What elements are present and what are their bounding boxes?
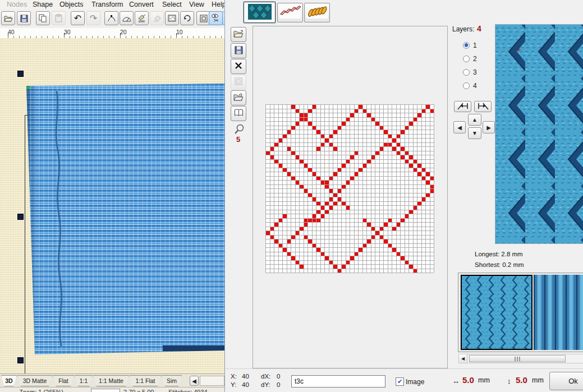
- radio-icon: [463, 56, 470, 62]
- layer-radio-label: 2: [473, 55, 477, 63]
- pattern-thumb-selected[interactable]: [461, 275, 532, 350]
- paste-icon: [55, 14, 63, 22]
- tab-scrollbar[interactable]: [200, 376, 224, 386]
- motif-editor-panel[interactable]: [253, 26, 448, 368]
- layer-radio-4[interactable]: 4: [463, 82, 477, 90]
- status-zoom: Zoom: 1 (265%): [19, 389, 63, 392]
- ok-button[interactable]: Ok: [549, 372, 583, 390]
- copy-button[interactable]: [36, 11, 50, 25]
- redo-button[interactable]: ↷: [86, 11, 100, 25]
- book-icon: [234, 109, 244, 118]
- save-button[interactable]: [17, 11, 31, 25]
- coord-x-label: X:: [231, 373, 237, 380]
- menu-help[interactable]: Help: [212, 1, 224, 8]
- dark-stitch-band: [163, 345, 224, 351]
- tab-flat[interactable]: Flat: [53, 375, 74, 386]
- menu-transform[interactable]: Transform: [91, 1, 123, 8]
- menu-nodes[interactable]: Nodes: [7, 1, 27, 8]
- tab-3d-matte[interactable]: 3D Matte: [17, 375, 52, 386]
- coord-dx-value: 0: [277, 373, 280, 380]
- save-pattern-button[interactable]: [231, 43, 246, 58]
- scroll-left-button[interactable]: ◀: [459, 354, 467, 363]
- selection-handle[interactable]: [17, 357, 24, 363]
- pattern-preview-strip: [458, 273, 583, 352]
- layer-radio-1[interactable]: 1: [463, 41, 477, 49]
- ruler-tick-label: 40: [8, 29, 15, 35]
- grip-dots-icon: [517, 357, 518, 361]
- load-pattern-button[interactable]: [231, 27, 246, 42]
- image-checkbox[interactable]: ✔: [396, 377, 404, 386]
- undo-icon: ↶: [74, 13, 81, 24]
- width-value[interactable]: 5.0: [462, 375, 474, 385]
- pattern-name-input[interactable]: [291, 375, 385, 388]
- selection-handle[interactable]: [17, 214, 24, 220]
- layer-radio-3[interactable]: 3: [463, 68, 477, 76]
- pattern-tab-rope[interactable]: [304, 3, 330, 22]
- arrow-down-icon: ▼: [472, 130, 478, 136]
- menu-shape[interactable]: Shape: [33, 1, 53, 8]
- arrow-left-icon: ◀: [457, 124, 462, 131]
- pattern-tab-motif[interactable]: [244, 2, 276, 23]
- open-button[interactable]: [1, 11, 15, 25]
- tab-1-1-flat[interactable]: 1:1 Flat: [130, 375, 161, 386]
- eraser-icon: [153, 15, 162, 22]
- menu-select[interactable]: Select: [162, 1, 182, 8]
- layer-radio-label: 3: [473, 68, 477, 76]
- menu-convert[interactable]: Convert: [129, 1, 154, 8]
- measure-button[interactable]: [120, 11, 134, 25]
- tab-scroll-left-button[interactable]: ◀: [190, 376, 199, 386]
- delete-pattern-button[interactable]: [231, 59, 246, 74]
- coord-x-value: 40: [242, 373, 249, 380]
- menu-view[interactable]: View: [189, 1, 204, 8]
- height-value[interactable]: 5.0: [516, 375, 527, 385]
- tab-sim[interactable]: Sim: [162, 375, 182, 386]
- edit-nodes-button[interactable]: [104, 11, 118, 25]
- move-down-button[interactable]: ▼: [468, 127, 481, 139]
- folder-export-icon: [233, 93, 244, 103]
- rotate-button[interactable]: [180, 11, 194, 25]
- import-pattern-button[interactable]: [231, 90, 246, 105]
- view-tab-bar: 3D 3D Matte Flat 1:1 1:1 Matte 1:1 Flat …: [0, 373, 224, 388]
- move-up-button[interactable]: ▲: [468, 114, 481, 126]
- scrollbar-thumb[interactable]: [469, 355, 566, 362]
- arrow-chain-pattern-icon: [279, 5, 301, 20]
- sew-tool-button[interactable]: [135, 11, 149, 25]
- selection-handle[interactable]: [17, 71, 24, 77]
- layer-radio-label: 4: [473, 82, 477, 90]
- move-right-button[interactable]: ▶: [483, 121, 495, 133]
- move-left-button[interactable]: ◀: [453, 121, 466, 133]
- paste-button[interactable]: [52, 11, 66, 25]
- tab-1-1[interactable]: 1:1: [75, 375, 93, 386]
- layers-label: Layers:: [452, 25, 474, 33]
- undo-button[interactable]: ↶: [71, 11, 85, 25]
- preview-scrollbar[interactable]: ◀: [458, 354, 583, 363]
- ruler-tick-label: 10: [176, 29, 183, 35]
- arrow-right-icon: ▶: [486, 124, 491, 131]
- window-icon: [200, 15, 208, 22]
- image-button[interactable]: [165, 11, 179, 25]
- shortest-stitch-label: Shortest: 0.2 mm: [475, 261, 524, 268]
- radio-icon: [463, 69, 470, 76]
- pattern-tab-arrows[interactable]: [277, 3, 303, 22]
- height-unit: mm: [532, 376, 544, 384]
- menu-bar: Nodes Shape Objects Transform Convert Se…: [0, 0, 224, 10]
- shift-pattern-left-button[interactable]: [454, 101, 471, 112]
- coord-dy-value: 0: [277, 381, 280, 388]
- tab-3d[interactable]: 3D: [1, 375, 17, 386]
- edit-window-button[interactable]: [231, 75, 246, 90]
- layer-radio-2[interactable]: 2: [463, 55, 477, 63]
- embroidery-object[interactable]: [25, 83, 224, 354]
- floppy-icon: [235, 46, 243, 56]
- tab-1-1-matte[interactable]: 1:1 Matte: [93, 375, 129, 386]
- shift-pattern-right-button[interactable]: [474, 101, 492, 112]
- motif-grid[interactable]: [265, 104, 434, 273]
- motif-pattern-icon: [248, 4, 272, 21]
- pattern-thumb-satin[interactable]: [534, 275, 583, 350]
- menu-objects[interactable]: Objects: [59, 1, 83, 8]
- cursor-mark: ✛: [517, 47, 521, 53]
- ruler: 40 30 20 10: [0, 28, 224, 39]
- library-button[interactable]: [231, 106, 246, 121]
- eraser-button[interactable]: [150, 11, 164, 25]
- design-canvas[interactable]: [0, 38, 224, 373]
- hide-stitches-button[interactable]: ✂: [209, 11, 223, 25]
